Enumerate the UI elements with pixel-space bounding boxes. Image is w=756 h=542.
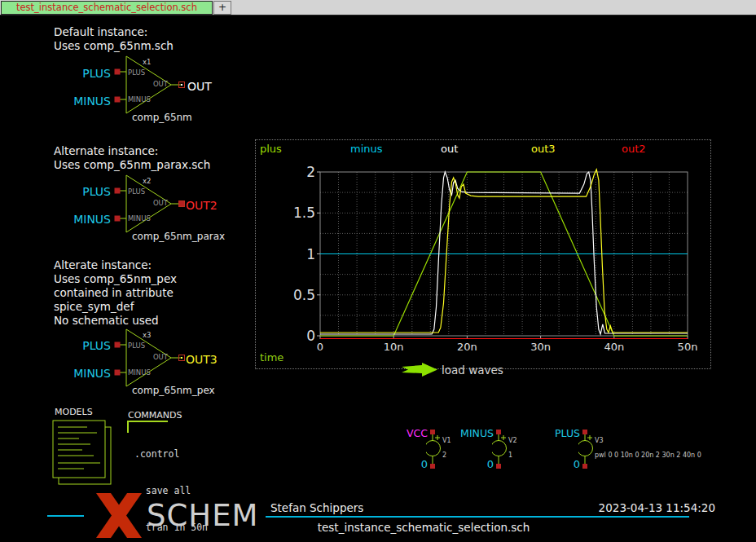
- net-label-minus: MINUS: [60, 367, 111, 380]
- pin-name-out: OUT: [143, 199, 168, 207]
- tab-active-schematic[interactable]: test_instance_schematic_selection.sch: [1, 1, 213, 15]
- x-tick-label: 10n: [373, 341, 414, 353]
- voltage-source-symbol: [578, 430, 598, 469]
- pin-square: [115, 342, 121, 348]
- commands-label: COMMANDS: [128, 410, 182, 421]
- net-label-plus: PLUS: [60, 67, 111, 80]
- source-value: 1: [508, 452, 512, 459]
- voltage-source-v3[interactable]: PLUS V3 pwl 0 0 10n 0 20n 2 30n 2 40n 0 …: [530, 427, 725, 476]
- net-label-out3: OUT3: [186, 353, 218, 366]
- net-label-gnd: 0: [443, 458, 494, 470]
- load-waves-arrow-icon[interactable]: [401, 363, 438, 377]
- instance1-desc-line: Default instance:: [54, 25, 147, 38]
- instance3-desc-line: Alterate instance:: [54, 258, 152, 271]
- waveform-plot-svg: [256, 140, 710, 368]
- legend-out: out: [441, 143, 458, 155]
- net-label-minus: MINUS: [443, 427, 494, 439]
- net-label-minus: MINUS: [60, 213, 111, 226]
- timestamp: 2023-04-13 11:54:20: [562, 501, 715, 514]
- schematic-canvas[interactable]: Default instance: Uses comp_65nm.sch PLU…: [0, 15, 756, 542]
- schematic-filename: test_instance_schematic_selection.sch: [269, 521, 578, 534]
- tab-bar: test_instance_schematic_selection.sch +: [0, 0, 756, 15]
- symbol-name: comp_65nm_pex: [132, 385, 215, 396]
- instance-name: x1: [143, 58, 151, 66]
- source-name: V2: [508, 437, 517, 444]
- xschem-logo-x-icon: [91, 493, 147, 538]
- instance-name: x2: [143, 177, 151, 185]
- green-arrow: [402, 363, 437, 377]
- pin-square: [179, 201, 185, 207]
- pin-name-minus: MINUS: [128, 368, 151, 377]
- source-value: pwl 0 0 10n 0 20n 2 30n 2 40n 0: [595, 452, 701, 459]
- legend-out3: out3: [531, 143, 556, 155]
- x-tick-label: 30n: [521, 341, 561, 353]
- models-icon[interactable]: [51, 417, 115, 486]
- models-label: MODELS: [55, 407, 93, 417]
- y-tick-label: 0.5: [258, 287, 315, 303]
- instance-name: x3: [143, 331, 151, 339]
- new-tab-button[interactable]: +: [213, 1, 231, 15]
- code-line: save all: [134, 485, 389, 497]
- title-underline: [266, 516, 689, 518]
- net-label-plus: PLUS: [60, 185, 111, 198]
- pin-name-minus: MINUS: [128, 214, 151, 223]
- waveform-graph[interactable]: plusminusoutout3out2 time 010n20n30n40n5…: [255, 139, 711, 369]
- legend-plus: plus: [260, 143, 282, 155]
- x-tick-label: 40n: [594, 341, 635, 353]
- xschem-window: test_instance_schematic_selection.sch + …: [0, 0, 756, 542]
- voltage-source-symbol: [492, 430, 512, 469]
- net-label-gnd: 0: [377, 458, 428, 470]
- net-label-out: OUT: [187, 80, 212, 93]
- pin-name-plus: PLUS: [128, 68, 145, 77]
- x-tick-label: 50n: [667, 341, 708, 353]
- net-label-minus: MINUS: [60, 95, 111, 108]
- net-label-gnd: 0: [530, 458, 580, 470]
- code-line: .control: [134, 448, 389, 460]
- xschem-logo-text: SCHEM: [147, 498, 258, 533]
- instance3-desc-line: contained in attribute: [54, 286, 174, 299]
- source-name: V3: [595, 437, 604, 444]
- pin-square: [115, 97, 121, 103]
- instance3-desc-line: No schematic used: [54, 314, 159, 327]
- x-tick-label: 20n: [446, 341, 487, 353]
- net-label-vcc: VCC: [377, 427, 428, 439]
- pin-square: [115, 216, 121, 222]
- y-tick-label: 0: [258, 328, 315, 344]
- y-tick-label: 1.5: [258, 205, 315, 221]
- pin-name-out: OUT: [143, 80, 168, 88]
- x-axis-title: time: [260, 351, 284, 364]
- author-name: Stefan Schippers: [270, 501, 363, 514]
- instance2-desc-line: Uses comp_65nm_parax.sch: [54, 158, 210, 171]
- y-tick-label: 2: [258, 164, 315, 180]
- net-label-plus: PLUS: [530, 427, 580, 439]
- pin-name-out: OUT: [143, 353, 168, 361]
- legend-out2: out2: [622, 143, 646, 155]
- pin-dot: [181, 357, 182, 359]
- legend-minus: minus: [350, 143, 383, 155]
- pin-dot: [181, 84, 182, 86]
- pin-name-plus: PLUS: [128, 342, 145, 350]
- pin-name-minus: MINUS: [128, 95, 151, 104]
- symbol-name: comp_65nm_parax: [132, 231, 225, 242]
- instance1-desc-line: Uses comp_65nm.sch: [54, 39, 174, 52]
- instance3-desc-line: spice_sym_def: [54, 300, 134, 313]
- instance2-desc-line: Alternate instance:: [54, 144, 158, 157]
- y-tick-label: 1: [258, 246, 315, 262]
- net-label-out2: OUT2: [186, 199, 218, 212]
- net-label-plus: PLUS: [60, 339, 111, 352]
- pin-square: [115, 69, 121, 75]
- pin-name-plus: PLUS: [128, 187, 145, 196]
- instance3-desc-line: Uses comp_65nm_pex: [54, 272, 177, 285]
- load-waves-launcher[interactable]: load waves: [442, 364, 503, 377]
- pin-square: [115, 188, 121, 194]
- logo-left-line: [47, 515, 84, 517]
- symbol-name: comp_65nm: [132, 112, 192, 123]
- pin-square: [115, 370, 121, 376]
